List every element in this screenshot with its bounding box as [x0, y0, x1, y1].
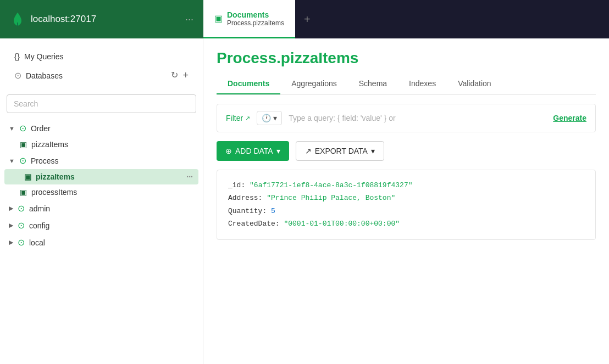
- chevron-down-icon: ▼: [9, 125, 15, 132]
- collection-name-label: processItems: [31, 188, 77, 197]
- add-data-dropdown-icon: ▾: [276, 147, 280, 155]
- doc-quantity-row: Quantity: 5: [228, 205, 584, 217]
- databases-label-group: ⊙ Databases: [14, 70, 63, 81]
- tab-indexes[interactable]: Indexes: [398, 74, 447, 94]
- databases-icon: ⊙: [14, 70, 21, 81]
- content-area: Process.pizzaItems Documents Aggregation…: [203, 38, 609, 364]
- doc-id-key: _id:: [228, 181, 245, 189]
- content-body: Filter ↗ 🕐 ▾ Type a query: { field: 'val…: [203, 95, 609, 364]
- db-icon: ⊙: [18, 220, 25, 231]
- chevron-right-icon: ▶: [9, 222, 13, 229]
- collection-options-icon[interactable]: ···: [186, 172, 193, 181]
- db-icon: ⊙: [18, 203, 25, 214]
- doc-quantity-key: Quantity:: [228, 207, 267, 215]
- doc-address-value: "Prince Philip Palace, Boston": [267, 194, 395, 202]
- refresh-icon[interactable]: ↻: [171, 70, 178, 81]
- folder-icon: ▣: [20, 140, 27, 149]
- doc-created-row: CreatedDate: "0001-01-01T00:00:00+00:00": [228, 217, 584, 230]
- action-row: ⊕ ADD DATA ▾ ↗ EXPORT DATA ▾: [217, 141, 596, 161]
- topbar-logo-section: localhost:27017 ···: [0, 0, 203, 38]
- collection-name-label: pizzaItems: [36, 172, 75, 181]
- main-layout: {} My Queries ⊙ Databases ↻ + ▼: [0, 38, 609, 364]
- databases-actions: ↻ +: [171, 70, 189, 81]
- export-data-label: EXPORT DATA: [315, 147, 368, 155]
- sidebar-item-order-pizzaitems[interactable]: ▣ pizzaItems: [0, 137, 203, 152]
- filter-label: Filter: [226, 114, 243, 122]
- sidebar-item-order-db[interactable]: ▼ ⊙ Order: [0, 120, 203, 137]
- external-link-icon: ↗: [245, 115, 250, 122]
- search-input[interactable]: [7, 94, 196, 113]
- sidebar-item-my-queries[interactable]: {} My Queries: [9, 47, 194, 65]
- mongodb-logo-icon: [10, 12, 25, 27]
- queries-icon: {}: [14, 52, 20, 61]
- collection-actions: ···: [186, 172, 193, 181]
- doc-id-row: _id: "6af17721-1ef8-4ace-8a3c-1f08819f43…: [228, 179, 584, 192]
- add-data-button[interactable]: ⊕ ADD DATA ▾: [217, 141, 289, 161]
- add-data-label: ADD DATA: [235, 147, 273, 155]
- db-name-label: admin: [29, 204, 50, 213]
- db-name-label: Process: [31, 156, 59, 165]
- add-database-icon[interactable]: +: [182, 70, 189, 81]
- chevron-right-icon: ▶: [9, 205, 13, 212]
- collection-name-label: pizzaItems: [31, 140, 68, 149]
- plus-icon: ⊕: [225, 147, 232, 155]
- export-data-dropdown-icon: ▾: [371, 147, 375, 155]
- tab-title: Documents: [227, 10, 284, 19]
- filter-button[interactable]: Filter ↗: [226, 114, 250, 122]
- sidebar-item-config-db[interactable]: ▶ ⊙ config: [0, 217, 203, 234]
- db-name-label: Order: [31, 124, 51, 133]
- chevron-down-icon: ▼: [9, 158, 15, 164]
- tab-validation[interactable]: Validation: [447, 74, 502, 94]
- sidebar-tree: ▼ ⊙ Order ▣ pizzaItems ▼ ⊙ Process ▣ piz…: [0, 117, 203, 364]
- content-tabs-row: Documents Aggregations Schema Indexes Va…: [217, 74, 596, 95]
- folder-icon: ▣: [24, 172, 31, 181]
- sidebar-item-admin-db[interactable]: ▶ ⊙ admin: [0, 200, 203, 217]
- collection-title: Process.pizzaItems: [217, 49, 596, 67]
- databases-label: Databases: [26, 71, 63, 80]
- dropdown-arrow-icon: ▾: [273, 114, 277, 122]
- topbar: localhost:27017 ··· ▣ Documents Process.…: [0, 0, 609, 38]
- sidebar-search-container: [0, 90, 203, 117]
- clock-icon: 🕐: [262, 114, 271, 122]
- doc-quantity-value: 5: [271, 207, 275, 215]
- sidebar-item-label: My Queries: [24, 52, 64, 61]
- doc-created-key: CreatedDate:: [228, 220, 280, 228]
- doc-id-value: "6af17721-1ef8-4ace-8a3c-1f08819f4327": [250, 181, 412, 189]
- export-data-button[interactable]: ↗ EXPORT DATA ▾: [296, 141, 384, 161]
- filter-row: Filter ↗ 🕐 ▾ Type a query: { field: 'val…: [217, 104, 596, 132]
- folder-icon: ▣: [20, 188, 27, 197]
- server-options-button[interactable]: ···: [185, 14, 193, 25]
- document-card: _id: "6af17721-1ef8-4ace-8a3c-1f08819f43…: [217, 170, 596, 240]
- db-icon: ⊙: [19, 155, 26, 166]
- add-tab-button[interactable]: +: [295, 0, 319, 38]
- doc-address-key: Address:: [228, 194, 262, 202]
- content-header: Process.pizzaItems Documents Aggregation…: [203, 38, 609, 95]
- time-filter-button[interactable]: 🕐 ▾: [257, 111, 282, 125]
- chevron-right-icon: ▶: [9, 239, 13, 246]
- tab-folder-icon: ▣: [214, 13, 223, 24]
- db-icon: ⊙: [18, 237, 25, 248]
- sidebar-item-process-db[interactable]: ▼ ⊙ Process: [0, 152, 203, 169]
- doc-address-row: Address: "Prince Philip Palace, Boston": [228, 192, 584, 204]
- export-icon: ↗: [305, 147, 312, 155]
- server-label: localhost:27017: [31, 14, 174, 25]
- sidebar-item-local-db[interactable]: ▶ ⊙ local: [0, 234, 203, 251]
- tab-schema[interactable]: Schema: [348, 74, 398, 94]
- sidebar-databases-header[interactable]: ⊙ Databases ↻ +: [9, 65, 194, 86]
- tab-subtitle: Process.pizzaItems: [227, 19, 284, 27]
- tab-bar: ▣ Documents Process.pizzaItems +: [203, 0, 609, 38]
- db-icon: ⊙: [19, 123, 26, 133]
- sidebar-nav: {} My Queries ⊙ Databases ↻ +: [0, 38, 203, 90]
- sidebar-item-process-processitems[interactable]: ▣ processItems: [0, 184, 203, 200]
- db-name-label: config: [29, 221, 49, 230]
- doc-created-value: "0001-01-01T00:00:00+00:00": [284, 220, 400, 228]
- generate-query-button[interactable]: Generate: [553, 114, 586, 122]
- tab-aggregations[interactable]: Aggregations: [280, 74, 348, 94]
- tab-documents[interactable]: ▣ Documents Process.pizzaItems: [203, 0, 295, 38]
- sidebar: {} My Queries ⊙ Databases ↻ + ▼: [0, 38, 203, 364]
- sidebar-item-process-pizzaitems[interactable]: ▣ pizzaItems ···: [4, 169, 198, 184]
- db-name-label: local: [29, 238, 45, 247]
- tab-documents[interactable]: Documents: [217, 74, 280, 94]
- query-input-placeholder: Type a query: { field: 'value' } or: [289, 114, 546, 122]
